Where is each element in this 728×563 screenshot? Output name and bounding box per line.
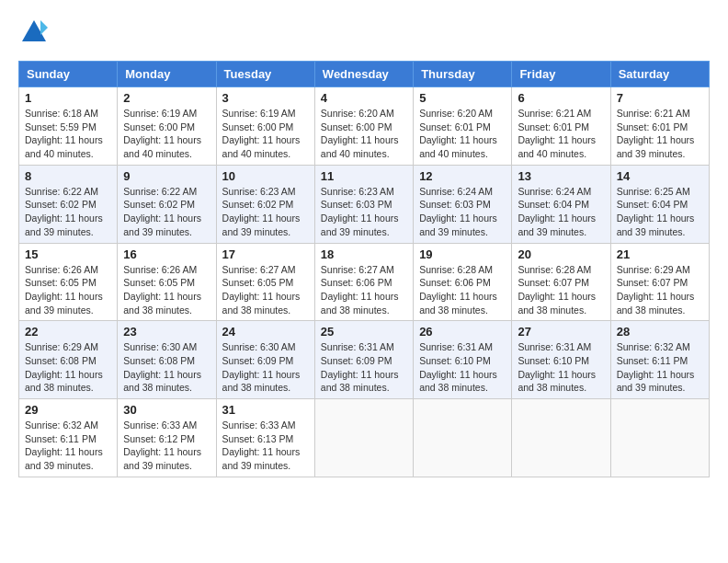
day-info: Sunrise: 6:29 AMSunset: 6:07 PMDaylight:… — [617, 263, 703, 317]
day-info: Sunrise: 6:22 AMSunset: 6:02 PMDaylight:… — [25, 185, 111, 239]
logo-text — [18, 18, 48, 52]
day-info: Sunrise: 6:28 AMSunset: 6:07 PMDaylight:… — [518, 263, 604, 317]
day-number: 1 — [25, 91, 111, 105]
calendar-day-cell: 26 Sunrise: 6:31 AMSunset: 6:10 PMDaylig… — [414, 321, 512, 399]
calendar-header: SundayMondayTuesdayWednesdayThursdayFrid… — [19, 62, 710, 87]
day-number: 5 — [419, 91, 506, 105]
day-info: Sunrise: 6:18 AMSunset: 5:59 PMDaylight:… — [25, 107, 111, 161]
calendar-day-cell: 12 Sunrise: 6:24 AMSunset: 6:03 PMDaylig… — [414, 165, 512, 243]
calendar-day-cell: 31 Sunrise: 6:33 AMSunset: 6:13 PMDaylig… — [216, 399, 314, 477]
calendar-table: SundayMondayTuesdayWednesdayThursdayFrid… — [18, 61, 710, 477]
day-number: 31 — [222, 403, 309, 417]
day-number: 4 — [321, 91, 407, 105]
svg-marker-1 — [40, 20, 48, 35]
day-info: Sunrise: 6:24 AMSunset: 6:03 PMDaylight:… — [419, 185, 506, 239]
calendar-day-cell: 1 Sunrise: 6:18 AMSunset: 5:59 PMDayligh… — [19, 87, 118, 166]
calendar-day-cell: 2 Sunrise: 6:19 AMSunset: 6:00 PMDayligh… — [118, 87, 216, 166]
page-header — [18, 18, 710, 52]
day-info: Sunrise: 6:21 AMSunset: 6:01 PMDaylight:… — [518, 107, 604, 161]
day-info: Sunrise: 6:33 AMSunset: 6:12 PMDaylight:… — [123, 419, 210, 473]
calendar-day-cell: 17 Sunrise: 6:27 AMSunset: 6:05 PMDaylig… — [216, 243, 314, 321]
calendar-day-cell: 11 Sunrise: 6:23 AMSunset: 6:03 PMDaylig… — [314, 165, 413, 243]
day-of-week-header: Monday — [118, 62, 216, 87]
day-number: 10 — [222, 169, 309, 183]
day-info: Sunrise: 6:26 AMSunset: 6:05 PMDaylight:… — [123, 263, 210, 317]
day-info: Sunrise: 6:22 AMSunset: 6:02 PMDaylight:… — [123, 185, 210, 239]
day-of-week-header: Sunday — [19, 62, 118, 87]
day-info: Sunrise: 6:32 AMSunset: 6:11 PMDaylight:… — [617, 340, 703, 395]
calendar-body: 1 Sunrise: 6:18 AMSunset: 5:59 PMDayligh… — [19, 87, 710, 477]
days-of-week-row: SundayMondayTuesdayWednesdayThursdayFrid… — [19, 62, 710, 87]
calendar-day-cell: 25 Sunrise: 6:31 AMSunset: 6:09 PMDaylig… — [314, 321, 413, 399]
day-number: 23 — [123, 325, 210, 339]
calendar-week-row: 29 Sunrise: 6:32 AMSunset: 6:11 PMDaylig… — [19, 399, 710, 477]
calendar-day-cell: 4 Sunrise: 6:20 AMSunset: 6:00 PMDayligh… — [314, 87, 413, 166]
day-info: Sunrise: 6:31 AMSunset: 6:09 PMDaylight:… — [321, 340, 407, 395]
day-number: 8 — [25, 169, 111, 183]
calendar-day-cell: 5 Sunrise: 6:20 AMSunset: 6:01 PMDayligh… — [414, 87, 512, 166]
calendar-day-cell: 9 Sunrise: 6:22 AMSunset: 6:02 PMDayligh… — [118, 165, 216, 243]
calendar-day-cell: 13 Sunrise: 6:24 AMSunset: 6:04 PMDaylig… — [512, 165, 610, 243]
day-info: Sunrise: 6:26 AMSunset: 6:05 PMDaylight:… — [25, 263, 111, 317]
calendar-week-row: 8 Sunrise: 6:22 AMSunset: 6:02 PMDayligh… — [19, 165, 710, 243]
calendar-day-cell — [414, 399, 512, 477]
day-number: 25 — [321, 325, 407, 339]
calendar-day-cell: 24 Sunrise: 6:30 AMSunset: 6:09 PMDaylig… — [216, 321, 314, 399]
day-info: Sunrise: 6:23 AMSunset: 6:03 PMDaylight:… — [321, 185, 407, 239]
day-info: Sunrise: 6:23 AMSunset: 6:02 PMDaylight:… — [222, 185, 309, 239]
calendar-day-cell: 3 Sunrise: 6:19 AMSunset: 6:00 PMDayligh… — [216, 87, 314, 166]
day-number: 11 — [321, 169, 407, 183]
day-of-week-header: Tuesday — [216, 62, 314, 87]
day-number: 29 — [25, 403, 111, 417]
calendar-day-cell — [610, 399, 709, 477]
calendar-day-cell: 21 Sunrise: 6:29 AMSunset: 6:07 PMDaylig… — [610, 243, 709, 321]
calendar-day-cell: 19 Sunrise: 6:28 AMSunset: 6:06 PMDaylig… — [414, 243, 512, 321]
day-number: 27 — [518, 325, 604, 339]
day-number: 20 — [518, 247, 604, 261]
day-info: Sunrise: 6:28 AMSunset: 6:06 PMDaylight:… — [419, 263, 506, 317]
day-number: 22 — [25, 325, 111, 339]
calendar-week-row: 1 Sunrise: 6:18 AMSunset: 5:59 PMDayligh… — [19, 87, 710, 166]
day-of-week-header: Friday — [512, 62, 610, 87]
calendar-day-cell: 18 Sunrise: 6:27 AMSunset: 6:06 PMDaylig… — [314, 243, 413, 321]
logo — [18, 18, 48, 52]
calendar-day-cell: 22 Sunrise: 6:29 AMSunset: 6:08 PMDaylig… — [19, 321, 118, 399]
day-info: Sunrise: 6:24 AMSunset: 6:04 PMDaylight:… — [518, 185, 604, 239]
day-number: 30 — [123, 403, 210, 417]
day-info: Sunrise: 6:32 AMSunset: 6:11 PMDaylight:… — [25, 419, 111, 473]
calendar-day-cell: 14 Sunrise: 6:25 AMSunset: 6:04 PMDaylig… — [610, 165, 709, 243]
calendar-day-cell — [512, 399, 610, 477]
calendar-day-cell: 20 Sunrise: 6:28 AMSunset: 6:07 PMDaylig… — [512, 243, 610, 321]
day-number: 15 — [25, 247, 111, 261]
day-number: 6 — [518, 91, 604, 105]
day-info: Sunrise: 6:27 AMSunset: 6:05 PMDaylight:… — [222, 263, 309, 317]
day-info: Sunrise: 6:25 AMSunset: 6:04 PMDaylight:… — [617, 185, 703, 239]
day-info: Sunrise: 6:27 AMSunset: 6:06 PMDaylight:… — [321, 263, 407, 317]
day-of-week-header: Wednesday — [314, 62, 413, 87]
calendar-day-cell: 28 Sunrise: 6:32 AMSunset: 6:11 PMDaylig… — [610, 321, 709, 399]
day-number: 16 — [123, 247, 210, 261]
day-info: Sunrise: 6:19 AMSunset: 6:00 PMDaylight:… — [123, 107, 210, 161]
logo-icon — [20, 18, 48, 46]
day-info: Sunrise: 6:30 AMSunset: 6:08 PMDaylight:… — [123, 340, 210, 395]
day-info: Sunrise: 6:20 AMSunset: 6:01 PMDaylight:… — [419, 107, 506, 161]
calendar-day-cell: 10 Sunrise: 6:23 AMSunset: 6:02 PMDaylig… — [216, 165, 314, 243]
calendar-day-cell: 30 Sunrise: 6:33 AMSunset: 6:12 PMDaylig… — [118, 399, 216, 477]
day-number: 19 — [419, 247, 506, 261]
day-number: 9 — [123, 169, 210, 183]
day-number: 3 — [222, 91, 309, 105]
calendar-day-cell: 6 Sunrise: 6:21 AMSunset: 6:01 PMDayligh… — [512, 87, 610, 166]
day-number: 24 — [222, 325, 309, 339]
calendar-day-cell: 16 Sunrise: 6:26 AMSunset: 6:05 PMDaylig… — [118, 243, 216, 321]
day-info: Sunrise: 6:31 AMSunset: 6:10 PMDaylight:… — [518, 340, 604, 395]
calendar-week-row: 15 Sunrise: 6:26 AMSunset: 6:05 PMDaylig… — [19, 243, 710, 321]
calendar-day-cell: 8 Sunrise: 6:22 AMSunset: 6:02 PMDayligh… — [19, 165, 118, 243]
calendar-day-cell: 27 Sunrise: 6:31 AMSunset: 6:10 PMDaylig… — [512, 321, 610, 399]
day-info: Sunrise: 6:19 AMSunset: 6:00 PMDaylight:… — [222, 107, 309, 161]
day-number: 12 — [419, 169, 506, 183]
calendar-day-cell: 15 Sunrise: 6:26 AMSunset: 6:05 PMDaylig… — [19, 243, 118, 321]
day-number: 28 — [617, 325, 703, 339]
day-info: Sunrise: 6:29 AMSunset: 6:08 PMDaylight:… — [25, 340, 111, 395]
day-info: Sunrise: 6:31 AMSunset: 6:10 PMDaylight:… — [419, 340, 506, 395]
day-number: 14 — [617, 169, 703, 183]
